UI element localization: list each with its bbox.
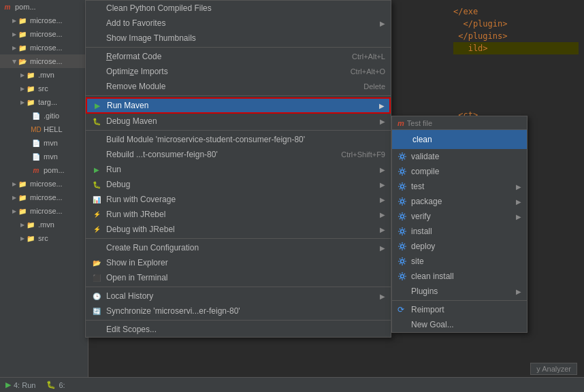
submenu-arrow-icon: ▶ xyxy=(380,196,385,203)
folder-icon: 📁 xyxy=(18,16,27,25)
submenu-arrow-icon: ▶ xyxy=(516,198,521,206)
menu-separator-2 xyxy=(86,95,391,96)
folder-icon: 📁 xyxy=(26,84,35,93)
arrow-icon: ▶ xyxy=(12,18,16,24)
item-icon-placeholder xyxy=(91,33,102,44)
maven-item-clean[interactable]: clean xyxy=(392,130,527,149)
menu-item-add-favorites[interactable]: Add to Favorites ▶ xyxy=(86,16,391,31)
sidebar-item-module-5[interactable]: ▶ 📁 microse... xyxy=(0,177,88,191)
menu-item-show-explorer[interactable]: 📂 Show in Explorer xyxy=(86,255,391,270)
debug-maven-icon: 🐛 xyxy=(91,116,102,127)
menu-item-debug[interactable]: 🐛 Debug ▶ xyxy=(86,177,391,192)
svg-point-3 xyxy=(401,185,404,189)
bottom-run[interactable]: ▶ 4: Run xyxy=(5,380,35,389)
maven-item-test[interactable]: test ▶ xyxy=(392,179,527,194)
svg-point-8 xyxy=(401,260,404,263)
sidebar-item-pom-root[interactable]: m pom... xyxy=(0,0,88,14)
folder-icon: 📁 xyxy=(18,179,27,189)
maven-item-plugins[interactable]: Plugins ▶ xyxy=(392,284,527,299)
sidebar-item-module-3[interactable]: ▶ 📁 microse... xyxy=(0,41,88,54)
analyzer-button[interactable]: y Analyzer xyxy=(530,363,577,375)
sidebar-item-src[interactable]: ▶ 📁 src xyxy=(0,82,88,95)
sidebar-item-module-4-open[interactable]: ▶ 📂 microse... xyxy=(0,54,88,68)
maven-item-compile[interactable]: compile xyxy=(392,164,527,179)
sidebar-item-mvn2[interactable]: ▶ 📁 .mvn xyxy=(0,218,88,231)
menu-item-optimize-imports[interactable]: Optimize Imports Ctrl+Alt+O xyxy=(86,64,391,79)
menu-item-clean-python[interactable]: Clean Python Compiled Files xyxy=(86,1,391,16)
menu-item-synchronize[interactable]: 🔄 Synchronize 'microservi...er-feign-80' xyxy=(86,304,391,318)
explorer-icon: 📂 xyxy=(91,257,102,268)
arrow-icon: ▶ xyxy=(20,72,25,78)
submenu-arrow-icon: ▶ xyxy=(516,213,521,220)
editor-line-2: </plugin> xyxy=(453,18,579,30)
menu-item-create-run-config[interactable]: Create Run Configuration ▶ xyxy=(86,240,391,255)
maven-item-clean-install[interactable]: clean install xyxy=(392,269,527,284)
sidebar-item-target[interactable]: ▶ 📁 targ... xyxy=(0,95,88,109)
sidebar-item-mvn[interactable]: ▶ 📁 .mvn xyxy=(0,68,88,82)
menu-item-build-module[interactable]: Build Module 'microservice-student-consu… xyxy=(86,132,391,147)
submenu-arrow-icon: ▶ xyxy=(380,20,385,27)
arrow-icon: ▶ xyxy=(12,181,16,187)
sidebar-item-module-2[interactable]: ▶ 📁 microse... xyxy=(0,27,88,41)
sidebar-item-module-1[interactable]: ▶ 📁 microse... xyxy=(0,14,88,27)
sidebar-item-module-7[interactable]: ▶ 📁 microse... xyxy=(0,204,88,218)
menu-item-edit-scopes[interactable]: Edit Scopes... xyxy=(86,322,391,337)
svg-point-7 xyxy=(401,245,404,248)
gear-icon xyxy=(398,167,407,176)
jrebel-debug-icon: ⚡ xyxy=(91,224,102,235)
menu-item-rebuild[interactable]: Rebuild ...t-consumer-feign-80' Ctrl+Shi… xyxy=(86,147,391,162)
maven-item-verify[interactable]: verify ▶ xyxy=(392,209,527,224)
menu-item-run[interactable]: ▶ Run ▶ xyxy=(86,162,391,177)
sidebar-item-gitio[interactable]: 📄 .gitio xyxy=(0,109,88,122)
submenu-arrow-icon: ▶ xyxy=(380,118,385,125)
menu-item-run-coverage[interactable]: 📊 Run with Coverage ▶ xyxy=(86,192,391,207)
editor-line-1: </exe xyxy=(453,5,579,18)
folder-icon: 📁 xyxy=(18,29,27,39)
svg-point-4 xyxy=(401,200,404,203)
maven-item-reimport[interactable]: ⟳ Reimport xyxy=(392,302,527,317)
submenu-arrow-icon: ▶ xyxy=(380,181,385,189)
debug-icon: 🐛 xyxy=(46,380,56,389)
arrow-icon: ▶ xyxy=(20,235,25,242)
folder-icon: 📁 xyxy=(18,43,27,52)
gear-icon xyxy=(398,257,407,266)
item-icon-placeholder xyxy=(91,81,102,92)
sidebar-item-module-6[interactable]: ▶ 📁 microse... xyxy=(0,191,88,204)
menu-item-image-thumbnails[interactable]: Show Image Thumbnails xyxy=(86,31,391,46)
maven-item-package[interactable]: package ▶ xyxy=(392,194,527,209)
terminal-icon: ⬛ xyxy=(91,272,102,283)
sidebar-item-pom-child[interactable]: m pom... xyxy=(0,163,88,177)
sync-icon: 🔄 xyxy=(91,306,102,316)
maven-item-new-goal[interactable]: New Goal... xyxy=(392,317,527,332)
svg-point-6 xyxy=(401,230,404,233)
sidebar-item-hell[interactable]: MD HELL xyxy=(0,122,88,136)
debug-icon: 🐛 xyxy=(91,179,102,190)
submenu-arrow-icon: ▶ xyxy=(380,226,385,233)
folder-icon: 📁 xyxy=(26,97,35,107)
svg-point-1 xyxy=(401,155,404,159)
menu-item-run-maven[interactable]: ▶ Run Maven ▶ xyxy=(86,97,391,114)
menu-item-debug-maven[interactable]: 🐛 Debug Maven ▶ xyxy=(86,114,391,129)
submenu-arrow-icon: ▶ xyxy=(516,183,521,191)
menu-item-local-history[interactable]: 🕒 Local History ▶ xyxy=(86,289,391,304)
coverage-icon: 📊 xyxy=(91,194,102,205)
maven-item-validate[interactable]: validate xyxy=(392,149,527,164)
menu-separator-6 xyxy=(86,320,391,321)
menu-item-remove-module[interactable]: Remove Module Delete xyxy=(86,79,391,94)
file-icon: 📄 xyxy=(31,152,41,161)
sidebar-item-mvnw[interactable]: 📄 mvn xyxy=(0,136,88,150)
menu-item-debug-jrebel[interactable]: ⚡ Debug with JRebel ▶ xyxy=(86,222,391,237)
menu-item-reformat[interactable]: Reformat Code Ctrl+Alt+L xyxy=(86,49,391,64)
folder-icon: 📁 xyxy=(26,220,35,229)
sidebar-item-mvnw2[interactable]: 📄 mvn xyxy=(0,150,88,163)
menu-item-run-jrebel[interactable]: ⚡ Run with JRebel ▶ xyxy=(86,207,391,222)
svg-point-0 xyxy=(406,137,409,141)
maven-item-install[interactable]: install xyxy=(392,224,527,239)
gear-icon xyxy=(398,132,408,147)
maven-m-icon: m xyxy=(398,119,404,127)
sidebar-item-src2[interactable]: ▶ 📁 src xyxy=(0,231,88,245)
maven-item-deploy[interactable]: deploy xyxy=(392,239,527,254)
maven-item-site[interactable]: site xyxy=(392,254,527,269)
menu-item-open-terminal[interactable]: ⬛ Open in Terminal xyxy=(86,270,391,285)
bottom-debug[interactable]: 🐛 6: xyxy=(46,380,65,389)
